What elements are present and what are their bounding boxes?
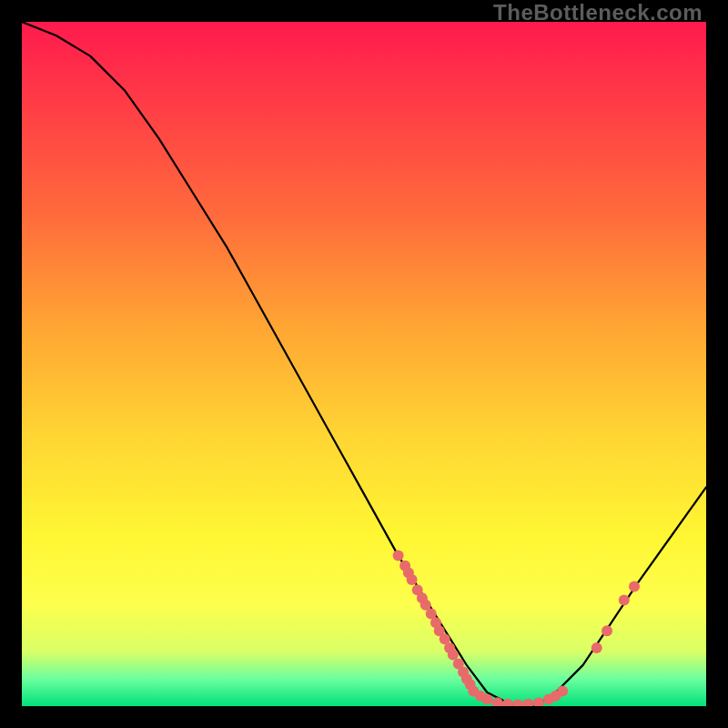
data-dot <box>619 594 630 605</box>
valley-curve <box>22 22 706 706</box>
data-dot <box>407 574 418 585</box>
data-dots-group <box>393 551 640 706</box>
data-dot <box>481 694 492 705</box>
chart-frame <box>22 22 706 706</box>
chart-svg <box>22 22 706 706</box>
data-dot <box>523 699 534 706</box>
data-dot <box>557 686 568 697</box>
data-dot <box>592 642 602 653</box>
data-dot <box>393 551 404 561</box>
data-dot <box>602 625 612 636</box>
data-dot <box>512 700 523 707</box>
data-dot <box>629 581 640 592</box>
data-dot <box>533 697 544 706</box>
